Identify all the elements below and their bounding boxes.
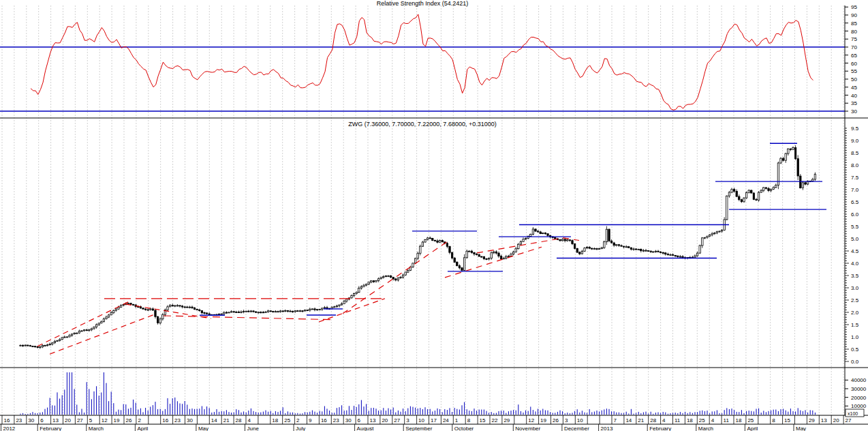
svg-text:11: 11 <box>724 417 730 423</box>
svg-text:25: 25 <box>747 417 754 423</box>
svg-text:11: 11 <box>675 417 681 423</box>
svg-text:July: July <box>296 426 305 431</box>
svg-text:2.0: 2.0 <box>851 310 859 316</box>
svg-text:27: 27 <box>846 417 852 423</box>
svg-text:20: 20 <box>382 417 388 423</box>
svg-text:16: 16 <box>321 417 327 423</box>
svg-text:4: 4 <box>662 417 666 423</box>
svg-text:80: 80 <box>851 29 857 35</box>
svg-text:8.5: 8.5 <box>851 150 859 156</box>
svg-text:20: 20 <box>833 417 839 423</box>
svg-text:2: 2 <box>138 417 141 423</box>
svg-text:November: November <box>515 426 540 431</box>
svg-text:15: 15 <box>480 417 486 423</box>
svg-text:8: 8 <box>772 417 775 423</box>
svg-text:6.5: 6.5 <box>851 199 859 205</box>
svg-text:19: 19 <box>114 417 120 423</box>
svg-text:0.0: 0.0 <box>851 359 859 365</box>
svg-text:27: 27 <box>77 417 83 423</box>
svg-text:12: 12 <box>102 417 108 423</box>
svg-text:1: 1 <box>455 417 459 423</box>
svg-text:13: 13 <box>821 417 827 423</box>
svg-text:0.5: 0.5 <box>851 346 859 353</box>
svg-text:8: 8 <box>467 417 471 423</box>
svg-text:6: 6 <box>40 417 44 423</box>
svg-text:90: 90 <box>851 12 857 18</box>
svg-text:40: 40 <box>851 93 857 99</box>
svg-text:28: 28 <box>650 417 656 423</box>
svg-text:20000: 20000 <box>851 395 867 401</box>
svg-text:April: April <box>747 426 758 431</box>
svg-text:23: 23 <box>333 417 339 423</box>
svg-text:September: September <box>405 426 432 431</box>
svg-text:75: 75 <box>851 36 857 42</box>
svg-text:70: 70 <box>851 44 857 50</box>
svg-text:24: 24 <box>443 417 449 423</box>
svg-text:7.5: 7.5 <box>851 175 859 181</box>
svg-text:95: 95 <box>851 4 857 10</box>
svg-text:17: 17 <box>431 417 437 423</box>
svg-text:March: March <box>698 426 713 431</box>
svg-text:5: 5 <box>89 417 93 423</box>
svg-text:10: 10 <box>418 417 424 423</box>
svg-text:1.5: 1.5 <box>851 322 859 328</box>
svg-text:4: 4 <box>248 417 251 423</box>
svg-text:55: 55 <box>851 68 857 74</box>
svg-text:May: May <box>198 426 208 431</box>
svg-text:14: 14 <box>211 417 217 423</box>
svg-text:3.0: 3.0 <box>851 285 859 291</box>
svg-text:23: 23 <box>16 417 22 423</box>
svg-text:August: August <box>357 426 375 431</box>
svg-text:9: 9 <box>309 417 312 423</box>
svg-text:6.0: 6.0 <box>851 211 859 218</box>
svg-text:2.5: 2.5 <box>851 297 859 303</box>
svg-text:50: 50 <box>851 76 857 83</box>
svg-text:May: May <box>796 426 806 431</box>
svg-text:35: 35 <box>851 100 857 106</box>
svg-text:20: 20 <box>65 417 71 423</box>
svg-text:6: 6 <box>358 417 361 423</box>
svg-text:3: 3 <box>406 417 409 423</box>
svg-text:8.0: 8.0 <box>851 162 859 168</box>
svg-text:25: 25 <box>284 417 290 423</box>
svg-text:26: 26 <box>126 417 132 423</box>
svg-text:9.5: 9.5 <box>851 125 859 132</box>
svg-text:18: 18 <box>687 417 693 423</box>
svg-text:23: 23 <box>174 417 181 423</box>
svg-text:2012: 2012 <box>3 426 16 431</box>
svg-text:7.0: 7.0 <box>851 187 859 193</box>
svg-text:13: 13 <box>52 417 59 423</box>
svg-text:19: 19 <box>540 417 546 423</box>
svg-text:25: 25 <box>699 417 705 423</box>
svg-text:28: 28 <box>236 417 242 423</box>
svg-text:30: 30 <box>851 108 857 115</box>
svg-text:June: June <box>247 426 260 431</box>
svg-text:18: 18 <box>272 417 278 423</box>
volume-unit-label: x100 <box>848 411 858 416</box>
svg-text:7: 7 <box>614 417 617 423</box>
stock-chart-window: 95908580757065605550454035309.59.08.58.0… <box>0 0 868 431</box>
svg-text:3.5: 3.5 <box>851 273 859 279</box>
svg-text:4: 4 <box>711 417 715 423</box>
svg-text:30: 30 <box>345 417 352 423</box>
svg-text:3: 3 <box>565 417 568 423</box>
svg-text:30000: 30000 <box>851 386 867 392</box>
svg-text:10: 10 <box>577 417 583 423</box>
chart-background <box>0 0 868 431</box>
svg-text:February: February <box>649 426 671 431</box>
svg-text:5.0: 5.0 <box>851 236 859 242</box>
svg-text:February: February <box>40 426 61 431</box>
svg-text:27: 27 <box>394 417 400 423</box>
svg-text:29: 29 <box>503 417 510 423</box>
svg-text:October: October <box>454 426 474 431</box>
svg-text:March: March <box>89 426 104 431</box>
svg-text:December: December <box>564 426 589 431</box>
svg-text:13: 13 <box>370 417 376 423</box>
chart-svg: 95908580757065605550454035309.59.08.58.0… <box>0 0 868 431</box>
svg-text:5.5: 5.5 <box>851 224 859 230</box>
svg-text:29: 29 <box>809 417 815 423</box>
svg-text:22: 22 <box>492 417 498 423</box>
svg-text:30: 30 <box>28 417 34 423</box>
svg-text:1.0: 1.0 <box>851 334 859 340</box>
svg-text:21: 21 <box>223 417 230 423</box>
